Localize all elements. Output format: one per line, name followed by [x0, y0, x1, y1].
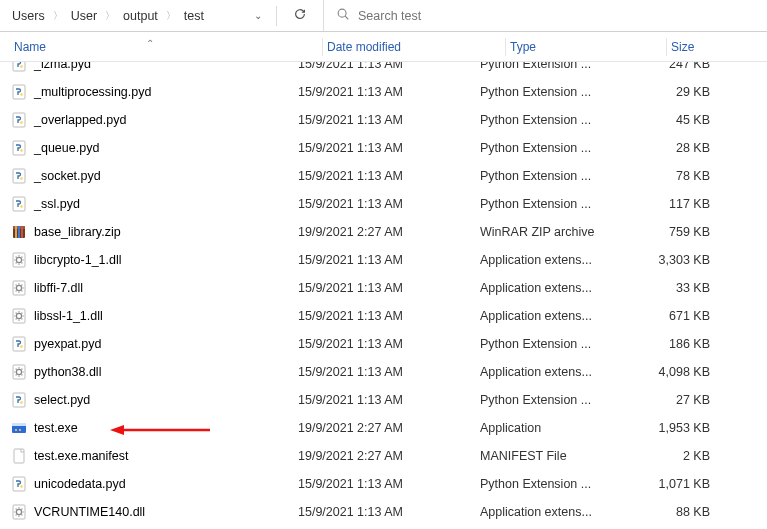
- refresh-button[interactable]: [287, 3, 313, 28]
- file-row[interactable]: _queue.pyd15/9/2021 1:13 AMPython Extens…: [0, 134, 767, 162]
- file-date: 19/9/2021 2:27 AM: [298, 225, 480, 239]
- file-size: 3,303 KB: [640, 253, 720, 267]
- file-type: Application extens...: [480, 365, 640, 379]
- separator: [276, 6, 277, 26]
- column-header-type[interactable]: Type: [506, 40, 666, 54]
- file-date: 15/9/2021 1:13 AM: [298, 85, 480, 99]
- file-row[interactable]: pyexpat.pyd15/9/2021 1:13 AMPython Exten…: [0, 330, 767, 358]
- file-type: Python Extension ...: [480, 62, 640, 71]
- file-list: _lzma.pyd15/9/2021 1:13 AMPython Extensi…: [0, 62, 767, 526]
- file-name: VCRUNTIME140.dll: [34, 505, 145, 519]
- file-name-cell: libssl-1_1.dll: [10, 307, 298, 325]
- file-size: 186 KB: [640, 337, 720, 351]
- file-date: 15/9/2021 1:13 AM: [298, 281, 480, 295]
- file-type: Python Extension ...: [480, 113, 640, 127]
- file-row[interactable]: _socket.pyd15/9/2021 1:13 AMPython Exten…: [0, 162, 767, 190]
- file-name-cell: base_library.zip: [10, 223, 298, 241]
- column-header-name[interactable]: Name ⌃: [10, 40, 322, 54]
- file-size: 1,953 KB: [640, 421, 720, 435]
- file-row[interactable]: libffi-7.dll15/9/2021 1:13 AMApplication…: [0, 274, 767, 302]
- sort-chevron-icon: ⌃: [146, 38, 154, 49]
- file-name-cell: pyexpat.pyd: [10, 335, 298, 353]
- file-name: test.exe.manifest: [34, 449, 129, 463]
- file-size: 671 KB: [640, 309, 720, 323]
- file-row[interactable]: base_library.zip19/9/2021 2:27 AMWinRAR …: [0, 218, 767, 246]
- file-date: 15/9/2021 1:13 AM: [298, 141, 480, 155]
- file-row[interactable]: _ssl.pyd15/9/2021 1:13 AMPython Extensio…: [0, 190, 767, 218]
- file-name: select.pyd: [34, 393, 90, 407]
- file-name: _queue.pyd: [34, 141, 99, 155]
- file-date: 19/9/2021 2:27 AM: [298, 449, 480, 463]
- file-type: Application extens...: [480, 281, 640, 295]
- file-name-cell: select.pyd: [10, 391, 298, 409]
- py-icon: [10, 195, 28, 213]
- file-row[interactable]: _overlapped.pyd15/9/2021 1:13 AMPython E…: [0, 106, 767, 134]
- py-icon: [10, 335, 28, 353]
- file-name: _ssl.pyd: [34, 197, 80, 211]
- search-input[interactable]: [358, 9, 761, 23]
- dll-icon: [10, 251, 28, 269]
- dll-icon: [10, 503, 28, 521]
- file-row[interactable]: python38.dll15/9/2021 1:13 AMApplication…: [0, 358, 767, 386]
- file-row[interactable]: select.pyd15/9/2021 1:13 AMPython Extens…: [0, 386, 767, 414]
- py-icon: [10, 83, 28, 101]
- file-name-cell: _socket.pyd: [10, 167, 298, 185]
- file-date: 15/9/2021 1:13 AM: [298, 169, 480, 183]
- py-icon: [10, 167, 28, 185]
- chevron-right-icon: 〉: [99, 9, 121, 23]
- file-date: 15/9/2021 1:13 AM: [298, 253, 480, 267]
- file-size: 78 KB: [640, 169, 720, 183]
- file-row[interactable]: VCRUNTIME140.dll15/9/2021 1:13 AMApplica…: [0, 498, 767, 526]
- file-name-cell: libffi-7.dll: [10, 279, 298, 297]
- zip-icon: [10, 223, 28, 241]
- refresh-icon: [293, 7, 307, 21]
- breadcrumb[interactable]: Users 〉 User 〉 output 〉 test: [6, 9, 206, 23]
- file-row[interactable]: test.exe19/9/2021 2:27 AMApplication1,95…: [0, 414, 767, 442]
- file-size: 1,071 KB: [640, 477, 720, 491]
- column-header-size[interactable]: Size: [667, 40, 747, 54]
- file-name: libffi-7.dll: [34, 281, 83, 295]
- address-toolbar: Users 〉 User 〉 output 〉 test ⌄: [0, 0, 767, 32]
- py-icon: [10, 391, 28, 409]
- file-row[interactable]: libssl-1_1.dll15/9/2021 1:13 AMApplicati…: [0, 302, 767, 330]
- file-date: 15/9/2021 1:13 AM: [298, 309, 480, 323]
- dll-icon: [10, 279, 28, 297]
- file-size: 4,098 KB: [640, 365, 720, 379]
- file-name-cell: libcrypto-1_1.dll: [10, 251, 298, 269]
- svg-line-17: [345, 16, 348, 19]
- column-header-label: Name: [14, 40, 46, 54]
- breadcrumb-segment[interactable]: test: [182, 9, 206, 23]
- file-name: libssl-1_1.dll: [34, 309, 103, 323]
- file-name-cell: _ssl.pyd: [10, 195, 298, 213]
- file-row[interactable]: libcrypto-1_1.dll15/9/2021 1:13 AMApplic…: [0, 246, 767, 274]
- breadcrumb-segment[interactable]: output: [121, 9, 160, 23]
- file-size: 29 KB: [640, 85, 720, 99]
- file-name: _lzma.pyd: [34, 62, 91, 71]
- file-row[interactable]: unicodedata.pyd15/9/2021 1:13 AMPython E…: [0, 470, 767, 498]
- file-name: unicodedata.pyd: [34, 477, 126, 491]
- file-type: Python Extension ...: [480, 141, 640, 155]
- search-box[interactable]: [323, 0, 761, 31]
- file-size: 28 KB: [640, 141, 720, 155]
- file-size: 2 KB: [640, 449, 720, 463]
- column-header-date[interactable]: Date modified: [323, 40, 505, 54]
- file-name-cell: _overlapped.pyd: [10, 111, 298, 129]
- file-type: Python Extension ...: [480, 337, 640, 351]
- file-size: 759 KB: [640, 225, 720, 239]
- breadcrumb-segment[interactable]: User: [69, 9, 99, 23]
- file-row[interactable]: _multiprocessing.pyd15/9/2021 1:13 AMPyt…: [0, 78, 767, 106]
- file-name-cell: test.exe.manifest: [10, 447, 298, 465]
- file-date: 15/9/2021 1:13 AM: [298, 62, 480, 71]
- file-date: 15/9/2021 1:13 AM: [298, 393, 480, 407]
- file-name: _socket.pyd: [34, 169, 101, 183]
- file-icon: [10, 447, 28, 465]
- file-name: test.exe: [34, 421, 78, 435]
- file-row[interactable]: _lzma.pyd15/9/2021 1:13 AMPython Extensi…: [0, 62, 767, 78]
- py-icon: [10, 139, 28, 157]
- column-headers: Name ⌃ Date modified Type Size: [0, 32, 767, 62]
- history-dropdown[interactable]: ⌄: [250, 6, 266, 25]
- file-row[interactable]: test.exe.manifest19/9/2021 2:27 AMMANIFE…: [0, 442, 767, 470]
- breadcrumb-segment[interactable]: Users: [10, 9, 47, 23]
- search-icon: [336, 7, 350, 24]
- file-date: 15/9/2021 1:13 AM: [298, 365, 480, 379]
